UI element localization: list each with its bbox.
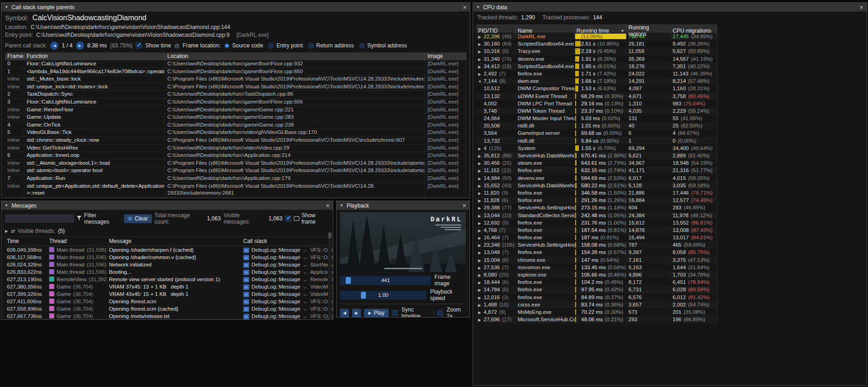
prev-frame-button[interactable]: ◀ [340,309,349,318]
cpu-process-row[interactable]: ▶12,016(3)firefox.exe84.89 ms(0.37%)6,57… [476,294,717,301]
radio-entry-point[interactable]: Entry point [268,42,303,49]
frame-table-row[interactable]: inlinestd::_Atomic_storage<bool,1>::load… [5,160,466,168]
message-callstack[interactable]: ≡DebugLog::Message←Application: [241,268,333,276]
show-time-checkbox[interactable] [136,42,142,49]
message-row[interactable]: 627,313,190nsRemoteView(31,392)Remote vi… [5,276,333,283]
frame-table-row[interactable]: 5VideoGLBase::TickC:\Users\wolf\Desktop\… [5,129,466,137]
expand-icon[interactable]: ▶ [478,242,484,248]
expand-icon[interactable]: ▶ [478,279,484,286]
next-frame-button[interactable]: ▶ [352,309,361,318]
cpu-process-row[interactable]: ▶22,396(49)DarkRL.exe(12.06%)78,74427,44… [476,33,717,40]
cpu-thread-row[interactable]: 24,964DWM Master Input Thread5.03 ms(0.0… [476,115,717,122]
frame-table-row[interactable]: inlinestd::unique_ptr<Application,std::d… [5,183,466,197]
callstack-titlebar[interactable]: ▼ Call stack sample parents × [1,3,470,12]
zoom-2x-checkbox[interactable] [437,310,443,316]
cpu-process-row[interactable]: ▶11,820(9)firefox.exe346.58 ms(1.50%)21,… [476,189,717,196]
cpu-process-row[interactable]: ▶4,768(7)firefox.exe187.54 ms(0.81%)14,8… [476,226,717,234]
expand-icon[interactable]: ▶ [478,34,484,40]
message-row[interactable]: 606,049,398nsMain thread(31,596)Opening … [5,246,333,254]
cpu-thread-row[interactable]: 3,748DWM Token Thread23.37 ms(0.10%)4,03… [476,107,717,115]
cpu-process-row[interactable]: ▶2,492(7)firefox.exe1.71 s(7.42%)24,0221… [476,70,717,77]
cpu-process-row[interactable]: ▶1,488(10)csrss.exe83.74 ms(0.36%)3,6572… [476,301,717,308]
cpu-thread-row[interactable]: 20,508ntdll.dll1.01 ms(0.00%)4025(62.50%… [476,122,717,129]
cpu-process-row[interactable]: ▶29,388(77)ServiceHub.SettingsHost273.15… [476,204,717,211]
collapse-icon[interactable]: ▼ [340,203,343,208]
frame-table-row[interactable]: inlinestd::unique_lock<std::mutex>::lock… [5,83,466,91]
expand-icon[interactable]: ▶ [478,317,484,323]
expand-icon[interactable]: ▶ [478,309,484,316]
expand-icon[interactable]: ▶ [478,153,484,159]
cpu-process-row[interactable]: ▶14,784(5)firefox.exe97.95 ms(0.42%)6,73… [476,286,717,293]
visible-threads-toggle[interactable]: ▶ ⇄ Visible threads: (5) [1,227,333,237]
expand-icon[interactable]: ▶ [478,227,484,234]
message-callstack[interactable]: ≡DebugLog::Message←VFS::Open [241,305,333,312]
message-callstack[interactable]: ≡DebugLog::Message←RemoteViev [241,276,333,283]
message-row[interactable]: 627,411,606nsGame(36,704)Opening /forest… [5,298,333,305]
frame-table-row[interactable]: 7Application::RunC:\Users\wolf\Desktop\d… [5,175,466,183]
message-row[interactable]: 627,380,356nsGame(36,704)VRAM 37x45: 13 … [5,283,333,290]
expand-icon[interactable]: ▶ [478,295,484,301]
expand-icon[interactable]: ▶ [478,249,484,256]
cpu-process-row[interactable]: ▶18,444(6)firefox.exe104.2 ms(0.45%)8,17… [476,278,717,286]
expand-icon[interactable]: ▶ [478,197,484,204]
messages-scrollbar[interactable] [328,231,332,318]
message-callstack[interactable]: ≡DebugLog::Message←VFS::Open [241,312,333,319]
collapse-icon[interactable]: ▼ [5,5,8,9]
expand-icon[interactable]: ▶ [478,220,484,226]
close-icon[interactable]: × [326,202,330,209]
frame-table-row[interactable]: inlineGame::RenderFloorC:\Users\wolf\Des… [5,106,466,114]
clear-button[interactable]: ⊗ Clear [124,214,152,223]
expand-icon[interactable]: ▶ [478,48,484,55]
sync-timeline-checkbox[interactable] [392,310,398,316]
message-callstack[interactable]: ≡DebugLog::Message←VFS::Open [241,254,333,261]
expand-icon[interactable]: ▶ [478,64,484,70]
frame-table-row[interactable]: inlinestd::atomic<bool>::operator boolC:… [5,167,466,175]
expand-icon[interactable]: ▶ [478,287,484,293]
radio-symbol-address[interactable]: Symbol address [359,42,407,49]
message-row[interactable]: 606,117,568nsMain thread(31,596)Opening … [5,254,333,261]
show-frame-checkbox[interactable] [285,215,291,222]
cpu-thread-row[interactable]: 10,512DWM Compositor Thread1.53 s(6.63%)… [476,85,717,92]
cpu-process-row[interactable]: ▶27,536(7)msvsmon.exe133.45 ms(0.58%)5,1… [476,264,717,271]
cpu-process-row[interactable]: ▶14,984(50)devenv.exe584.69 ms(2.53%)6,9… [476,174,717,182]
playback-titlebar[interactable]: ▼ Playback × [337,201,469,210]
cpu-process-row[interactable]: ▼7,144(8)dwm.exe1.66 s(7.18%)14,2918,214… [476,77,717,85]
cpu-process-row[interactable]: ▶27,696(17)Microsoft.ServiceHub.Co48.06 … [476,316,717,323]
scrollbar-thumb[interactable] [328,232,331,238]
messages-titlebar[interactable]: ▼ Messages × [1,201,333,210]
cpu-process-row[interactable]: ▶10,316(9)Tracy.exe2.18 s(9.45%)11,0585,… [476,47,717,55]
cpu-process-row[interactable]: ▶11,828(6)firefox.exe291.26 ms(1.26%)16,… [476,196,717,204]
expand-icon[interactable]: ▶ [478,190,484,196]
frame-table-row[interactable]: inlinestd::chrono::steady_clock::nowC:\P… [5,137,466,144]
close-icon[interactable]: × [860,4,863,11]
frame-table-row[interactable]: inlineGame::UpdateC:\Users\wolf\Desktop\… [5,114,466,121]
next-parent-button[interactable]: ▶ [76,41,84,50]
expand-icon[interactable]: ▶ [478,145,484,152]
cpu-thread-row[interactable]: 3,564GameInput server69.68 us(0.00%)64(6… [476,129,717,137]
frame-table-row[interactable]: 6Application::InnerLoopC:\Users\wolf\Des… [5,152,466,160]
message-row[interactable]: 627,399,326nsGame(36,704)VRAM 43x45: 15 … [5,290,333,298]
cpu-thread-row[interactable]: 13,732ntdll.dll5.84 us(0.00%)10(0.00%) [476,137,717,144]
cpu-process-row[interactable]: ▶35,812(88)ServiceHub.DataWarehou670.41 … [476,152,717,159]
message-callstack[interactable]: ≡DebugLog::Message←VideoMemo [241,290,333,298]
frame-table-row[interactable]: inlinestd::_Mutex_base::lockC:\Program F… [5,75,466,83]
cpu-process-row[interactable]: ▶13,044(10)StandardCollector.Servic242.4… [476,212,717,219]
cpu-process-row[interactable]: ▶30,456(25)steam.exe643.61 ms(2.79%)34,9… [476,159,717,167]
expand-icon[interactable]: ▶ [478,183,484,189]
prev-parent-button[interactable]: ◀ [50,41,58,50]
cpu-process-row[interactable]: ▶15,004(8)chrome.exe147 ms(0.64%)7,1613,… [476,256,717,264]
frame-table-row[interactable]: inlineVideo::GetTicksHiResC:\Users\wolf\… [5,144,466,152]
expand-icon[interactable]: ▶ [478,272,484,278]
radio-source-code[interactable]: Source code [224,42,263,49]
expand-icon[interactable]: ▶ [478,257,484,264]
collapse-icon[interactable]: ▼ [5,203,8,208]
message-callstack[interactable]: ≡DebugLog::Message←VFS::Open [241,246,333,254]
cpu-process-row[interactable]: ▶23,348(106)ServiceHub.SettingsHost158.0… [476,241,717,248]
frame-table-row[interactable]: 4Game::OnTickC:\Users\wolf\Desktop\darkr… [5,121,466,129]
cpu-thread-row[interactable]: 13,132uDWM Event Thread68.29 ms(0.30%)4,… [476,92,717,100]
expand-icon[interactable]: ▼ [478,78,484,85]
frame-table-row[interactable]: 1<lambda_84a19dc444fae966ca174e83e708bdc… [5,68,466,76]
frame-table-row[interactable]: 0Floor::CalcLightNoLuminanceC:\Users\wol… [5,60,466,68]
cpu-process-row[interactable]: ▶4(126)System1.55 s(6.70%)69,29434,400(4… [476,144,717,152]
frame-table-row[interactable]: 8mainC:\Users\wolf\Desktop\darkrl\src\En… [5,197,466,198]
